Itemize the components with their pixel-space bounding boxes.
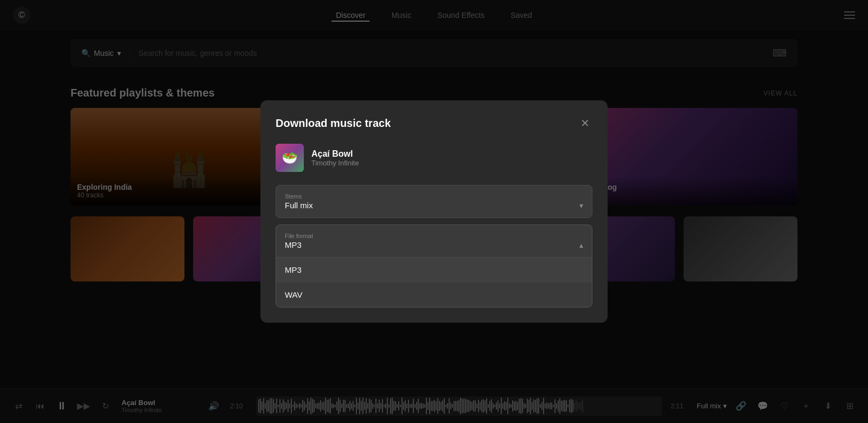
stems-chevron-icon: ▾ [579,201,583,210]
file-format-label: File format [285,233,583,239]
modal-close-button[interactable]: ✕ [577,116,592,131]
file-format-options: MP3 WAV [276,258,592,307]
modal-header: Download music track ✕ [276,116,592,131]
stems-dropdown-container: Stems Full mix ▾ [276,185,592,218]
file-format-chevron-icon: ▴ [579,241,583,249]
file-format-option-wav[interactable]: WAV [276,282,592,307]
file-format-dropdown-container: File format MP3 ▴ MP3 WAV [276,225,592,307]
modal-overlay[interactable]: Download music track ✕ 🥗 Açaí Bowl Timot… [0,0,868,423]
download-modal: Download music track ✕ 🥗 Açaí Bowl Timot… [260,100,608,323]
modal-title: Download music track [276,117,391,130]
track-name: Açaí Bowl [311,149,359,159]
stems-dropdown[interactable]: Stems Full mix ▾ [276,185,592,218]
track-artist: Timothy Infinite [311,159,359,167]
modal-track-info: 🥗 Açaí Bowl Timothy Infinite [276,144,592,172]
file-format-value: MP3 [285,240,302,249]
file-format-option-mp3[interactable]: MP3 [276,258,592,282]
track-details: Açaí Bowl Timothy Infinite [311,149,359,167]
file-format-value-row: MP3 ▴ [285,240,583,249]
stems-value: Full mix [285,201,313,210]
stems-label: Stems [285,193,583,200]
stems-value-row: Full mix ▾ [285,201,583,210]
file-format-dropdown[interactable]: File format MP3 ▴ [276,225,592,258]
track-thumbnail: 🥗 [276,144,304,172]
